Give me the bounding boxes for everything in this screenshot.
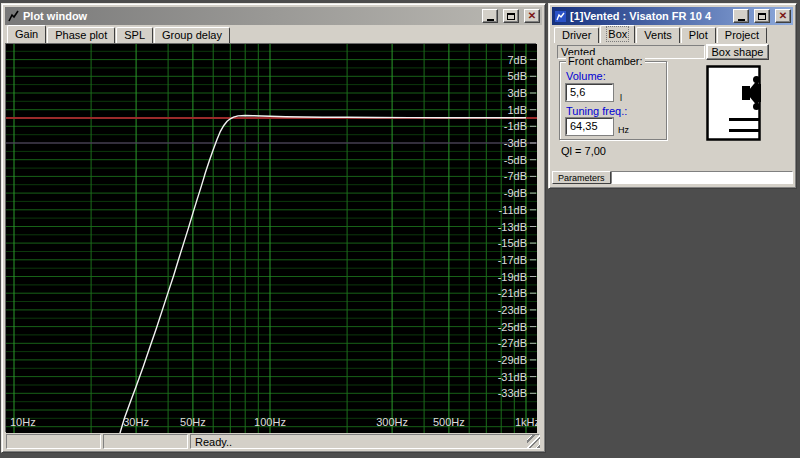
maximize-icon xyxy=(507,13,515,20)
box-window-title: [1]Vented : Visaton FR 10 4 xyxy=(570,10,728,22)
svg-text:-13dB: -13dB xyxy=(498,221,527,233)
bottom-tabbar: Parameters xyxy=(552,171,793,185)
svg-text:-29dB: -29dB xyxy=(498,354,527,366)
tuning-freq-label: Tuning freq.: xyxy=(566,105,627,117)
status-panel-2 xyxy=(103,434,188,449)
svg-text:50Hz: 50Hz xyxy=(180,416,206,428)
tab-label: Project xyxy=(725,29,759,41)
tab-label: Group delay xyxy=(162,29,222,41)
svg-text:-27dB: -27dB xyxy=(498,337,527,349)
minimize-icon xyxy=(738,19,745,21)
close-icon: ✕ xyxy=(779,11,787,21)
status-panel-1 xyxy=(6,434,101,449)
box-window: [1]Vented : Visaton FR 10 4 ✕ DriverBoxV… xyxy=(548,3,797,189)
box-tabbar: DriverBoxVentsPlotProject xyxy=(552,25,793,43)
plot-window: Plot window ✕ GainPhase plotSPLGroup del… xyxy=(1,3,546,453)
svg-text:100Hz: 100Hz xyxy=(254,416,286,428)
svg-text:3dB: 3dB xyxy=(507,87,527,99)
status-ready: Ready.. xyxy=(190,434,540,449)
svg-text:-25dB: -25dB xyxy=(498,321,527,333)
svg-text:5dB: 5dB xyxy=(507,70,527,82)
tab-parameters[interactable]: Parameters xyxy=(552,171,611,184)
svg-text:1dB: 1dB xyxy=(507,104,527,116)
box-cross-section-diagram xyxy=(706,65,762,142)
svg-text:-21dB: -21dB xyxy=(498,287,527,299)
tab-label: Box xyxy=(608,28,627,40)
minimize-icon xyxy=(487,19,494,21)
plot-tab-group-delay[interactable]: Group delay xyxy=(154,27,230,43)
box-app-icon xyxy=(554,10,567,23)
svg-text:-15dB: -15dB xyxy=(498,237,527,249)
svg-text:-3dB: -3dB xyxy=(504,137,527,149)
svg-text:10Hz: 10Hz xyxy=(10,416,36,428)
svg-text:-17dB: -17dB xyxy=(498,254,527,266)
plot-statusbar: Ready.. xyxy=(5,432,542,450)
tab-label: Gain xyxy=(15,28,38,40)
close-button[interactable]: ✕ xyxy=(524,9,540,23)
tab-label: Phase plot xyxy=(55,29,107,41)
front-chamber-groupbox: Front chamber: Volume: 5,6 l Tuning freq… xyxy=(559,61,667,140)
volume-label: Volume: xyxy=(566,70,606,82)
svg-text:-33dB: -33dB xyxy=(498,387,527,399)
tuning-freq-unit: Hz xyxy=(618,125,629,135)
svg-text:-19dB: -19dB xyxy=(498,271,527,283)
svg-text:1kHz: 1kHz xyxy=(515,416,537,428)
svg-text:30Hz: 30Hz xyxy=(123,416,149,428)
box-outline xyxy=(708,67,760,140)
plot-window-title: Plot window xyxy=(23,10,477,22)
maximize-icon xyxy=(758,13,766,20)
svg-text:-1dB: -1dB xyxy=(504,120,527,132)
front-chamber-legend: Front chamber: xyxy=(566,55,645,67)
gain-plot: 7dB5dB3dB1dB-1dB-3dB-5dB-7dB-9dB-11dB-13… xyxy=(6,44,537,433)
svg-text:-7dB: -7dB xyxy=(504,170,527,182)
box-shape-button[interactable]: Box shape xyxy=(706,44,769,60)
plot-tabbar: GainPhase plotSPLGroup delay xyxy=(5,25,542,43)
tab-label: Driver xyxy=(562,29,591,41)
box-tab-driver[interactable]: Driver xyxy=(554,27,599,43)
svg-text:-31dB: -31dB xyxy=(498,371,527,383)
box-tab-plot[interactable]: Plot xyxy=(681,27,716,43)
resize-grip[interactable] xyxy=(527,435,540,448)
minimize-button[interactable] xyxy=(482,9,498,23)
tab-label: Plot xyxy=(689,29,708,41)
box-tab-vents[interactable]: Vents xyxy=(636,27,680,43)
minimize-button[interactable] xyxy=(733,9,749,23)
plot-tab-spl[interactable]: SPL xyxy=(116,27,153,43)
box-tab-project[interactable]: Project xyxy=(717,27,767,43)
close-button[interactable]: ✕ xyxy=(775,9,791,23)
ql-value: Ql = 7,00 xyxy=(561,145,606,157)
plot-app-icon xyxy=(7,10,20,23)
svg-text:-9dB: -9dB xyxy=(504,187,527,199)
tab-label: Vents xyxy=(644,29,672,41)
volume-unit: l xyxy=(620,93,622,103)
plot-tab-gain[interactable]: Gain xyxy=(7,25,46,43)
svg-text:-5dB: -5dB xyxy=(504,154,527,166)
tab-label: SPL xyxy=(124,29,145,41)
svg-text:300Hz: 300Hz xyxy=(376,416,408,428)
plot-tab-phase-plot[interactable]: Phase plot xyxy=(47,27,115,43)
box-tab-box[interactable]: Box xyxy=(600,25,635,43)
bottom-status-strip xyxy=(611,171,793,184)
box-window-titlebar[interactable]: [1]Vented : Visaton FR 10 4 ✕ xyxy=(552,7,793,25)
close-icon: ✕ xyxy=(528,11,536,21)
svg-text:7dB: 7dB xyxy=(507,54,527,66)
svg-text:-11dB: -11dB xyxy=(498,204,527,216)
tuning-freq-input[interactable]: 64,35 xyxy=(566,118,613,135)
gain-plot-area: 7dB5dB3dB1dB-1dB-3dB-5dB-7dB-9dB-11dB-13… xyxy=(5,43,536,432)
maximize-button[interactable] xyxy=(503,9,519,23)
volume-input[interactable]: 5,6 xyxy=(566,84,613,101)
svg-text:500Hz: 500Hz xyxy=(433,416,465,428)
svg-text:-23dB: -23dB xyxy=(498,304,527,316)
maximize-button[interactable] xyxy=(754,9,770,23)
plot-window-titlebar[interactable]: Plot window ✕ xyxy=(5,7,542,25)
